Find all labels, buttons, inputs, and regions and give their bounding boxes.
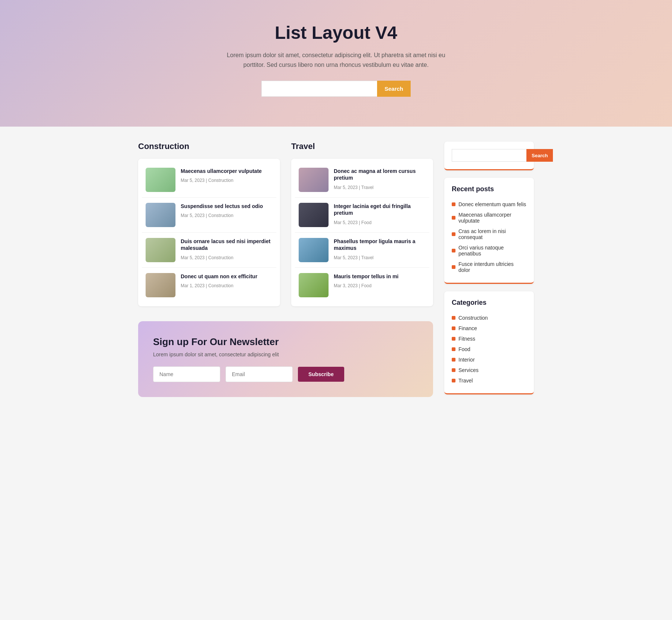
post-meta: Mar 5, 2023 | Construction bbox=[181, 255, 233, 260]
travel-column: Travel Donec ac magna at lorem cursus pr… bbox=[291, 142, 433, 306]
post-thumbnail bbox=[146, 203, 175, 227]
list-item[interactable]: Fusce interdum ultricies dolor bbox=[452, 259, 526, 275]
hero-search-button[interactable]: Search bbox=[377, 81, 411, 97]
categories-title: Categories bbox=[452, 299, 526, 307]
hero-section: List Layout V4 Lorem ipsum dolor sit ame… bbox=[0, 0, 672, 127]
post-info: Integer lacinia eget dui fringilla preti… bbox=[334, 203, 426, 225]
sidebar-search-button[interactable]: Search bbox=[526, 149, 553, 162]
list-item[interactable]: Travel bbox=[452, 375, 526, 386]
table-row[interactable]: Suspendisse sed lectus sed odio Mar 5, 2… bbox=[142, 198, 276, 233]
construction-posts-card: Maecenas ullamcorper vulputate Mar 5, 20… bbox=[138, 159, 280, 306]
sidebar-search-input[interactable] bbox=[452, 149, 526, 162]
list-item[interactable]: Donec elementum quam felis bbox=[452, 199, 526, 210]
post-thumbnail bbox=[146, 168, 175, 192]
hero-description: Lorem ipsum dolor sit amet, consectetur … bbox=[224, 50, 448, 69]
bullet-dot bbox=[452, 316, 455, 320]
post-meta: Mar 5, 2023 | Construction bbox=[181, 178, 233, 183]
post-meta: Mar 1, 2023 | Construction bbox=[181, 283, 233, 288]
content-columns: Construction Maecenas ullamcorper vulput… bbox=[138, 142, 433, 306]
hero-search-input[interactable] bbox=[261, 81, 377, 97]
bullet-dot bbox=[452, 379, 455, 382]
table-row[interactable]: Maecenas ullamcorper vulputate Mar 5, 20… bbox=[142, 162, 276, 198]
categories-list: Construction Finance Fitness Food Interi… bbox=[452, 313, 526, 386]
newsletter-name-input[interactable] bbox=[153, 366, 220, 382]
list-item[interactable]: Food bbox=[452, 344, 526, 354]
bullet-dot bbox=[452, 216, 455, 220]
post-meta: Mar 5, 2023 | Travel bbox=[334, 185, 374, 190]
post-meta: Mar 3, 2023 | Food bbox=[334, 283, 371, 288]
list-item[interactable]: Finance bbox=[452, 323, 526, 334]
post-title: Integer lacinia eget dui fringilla preti… bbox=[334, 203, 426, 216]
list-item[interactable]: Interior bbox=[452, 354, 526, 365]
newsletter-subscribe-button[interactable]: Subscribe bbox=[298, 367, 344, 382]
post-title: Duis ornare lacus sed nisi imperdiet mal… bbox=[181, 238, 273, 251]
post-info: Maecenas ullamcorper vulputate Mar 5, 20… bbox=[181, 168, 262, 183]
newsletter-section: Sign up For Our Newsletter Lorem ipsum d… bbox=[138, 321, 433, 397]
table-row[interactable]: Mauris tempor tellus in mi Mar 3, 2023 |… bbox=[295, 268, 429, 303]
list-item[interactable]: Orci varius natoque penatibus bbox=[452, 242, 526, 259]
post-meta: Mar 5, 2023 | Construction bbox=[181, 213, 233, 218]
post-meta: Mar 5, 2023 | Travel bbox=[334, 255, 374, 260]
post-title: Maecenas ullamcorper vulputate bbox=[181, 168, 262, 174]
list-item[interactable]: Fitness bbox=[452, 334, 526, 344]
table-row[interactable]: Donec ac magna at lorem cursus pretium M… bbox=[295, 162, 429, 198]
hero-search-form: Search bbox=[261, 81, 411, 97]
post-title: Phasellus tempor ligula mauris a maximus bbox=[334, 238, 426, 251]
list-item[interactable]: Cras ac lorem in nisi consequat bbox=[452, 226, 526, 242]
bullet-dot bbox=[452, 337, 455, 341]
travel-title: Travel bbox=[291, 142, 433, 151]
list-item[interactable]: Construction bbox=[452, 313, 526, 323]
post-thumbnail bbox=[299, 203, 329, 227]
list-item[interactable]: Maecenas ullamcorper vulputate bbox=[452, 210, 526, 226]
post-info: Duis ornare lacus sed nisi imperdiet mal… bbox=[181, 238, 273, 260]
recent-posts-list: Donec elementum quam felis Maecenas ulla… bbox=[452, 199, 526, 275]
newsletter-description: Lorem ipsum dolor sit amet, consectetur … bbox=[153, 351, 418, 357]
post-thumbnail bbox=[146, 273, 175, 297]
bullet-dot bbox=[452, 265, 455, 269]
sidebar-search-card: Search bbox=[444, 142, 534, 170]
table-row[interactable]: Donec ut quam non ex efficitur Mar 1, 20… bbox=[142, 268, 276, 303]
post-info: Phasellus tempor ligula mauris a maximus… bbox=[334, 238, 426, 260]
list-item[interactable]: Services bbox=[452, 365, 526, 375]
sidebar: Search Recent posts Donec elementum quam… bbox=[444, 142, 534, 397]
post-info: Donec ut quam non ex efficitur Mar 1, 20… bbox=[181, 273, 257, 289]
post-title: Donec ut quam non ex efficitur bbox=[181, 273, 257, 280]
post-thumbnail bbox=[299, 273, 329, 297]
bullet-dot bbox=[452, 202, 455, 206]
post-thumbnail bbox=[299, 238, 329, 262]
main-container: Construction Maecenas ullamcorper vulput… bbox=[131, 142, 541, 397]
recent-posts-title: Recent posts bbox=[452, 185, 526, 193]
table-row[interactable]: Duis ornare lacus sed nisi imperdiet mal… bbox=[142, 233, 276, 268]
post-title: Donec ac magna at lorem cursus pretium bbox=[334, 168, 426, 181]
bullet-dot bbox=[452, 249, 455, 252]
bullet-dot bbox=[452, 232, 455, 236]
travel-posts-card: Donec ac magna at lorem cursus pretium M… bbox=[291, 159, 433, 306]
post-info: Donec ac magna at lorem cursus pretium M… bbox=[334, 168, 426, 190]
newsletter-email-input[interactable] bbox=[225, 366, 293, 382]
page-title: List Layout V4 bbox=[7, 22, 665, 43]
bullet-dot bbox=[452, 326, 455, 330]
recent-posts-card: Recent posts Donec elementum quam felis … bbox=[444, 178, 534, 284]
categories-card: Categories Construction Finance Fitness … bbox=[444, 291, 534, 394]
newsletter-card: Sign up For Our Newsletter Lorem ipsum d… bbox=[138, 321, 433, 397]
newsletter-title: Sign up For Our Newsletter bbox=[153, 336, 418, 348]
newsletter-form: Subscribe bbox=[153, 366, 418, 382]
bullet-dot bbox=[452, 347, 455, 351]
post-title: Mauris tempor tellus in mi bbox=[334, 273, 398, 280]
post-thumbnail bbox=[299, 168, 329, 192]
bullet-dot bbox=[452, 358, 455, 362]
construction-title: Construction bbox=[138, 142, 280, 151]
table-row[interactable]: Integer lacinia eget dui fringilla preti… bbox=[295, 198, 429, 233]
sidebar-search-form: Search bbox=[452, 149, 526, 162]
post-info: Mauris tempor tellus in mi Mar 3, 2023 |… bbox=[334, 273, 398, 289]
bullet-dot bbox=[452, 368, 455, 372]
post-title: Suspendisse sed lectus sed odio bbox=[181, 203, 263, 210]
post-thumbnail bbox=[146, 238, 175, 262]
construction-column: Construction Maecenas ullamcorper vulput… bbox=[138, 142, 280, 306]
table-row[interactable]: Phasellus tempor ligula mauris a maximus… bbox=[295, 233, 429, 268]
post-info: Suspendisse sed lectus sed odio Mar 5, 2… bbox=[181, 203, 263, 218]
post-meta: Mar 5, 2023 | Food bbox=[334, 220, 371, 225]
